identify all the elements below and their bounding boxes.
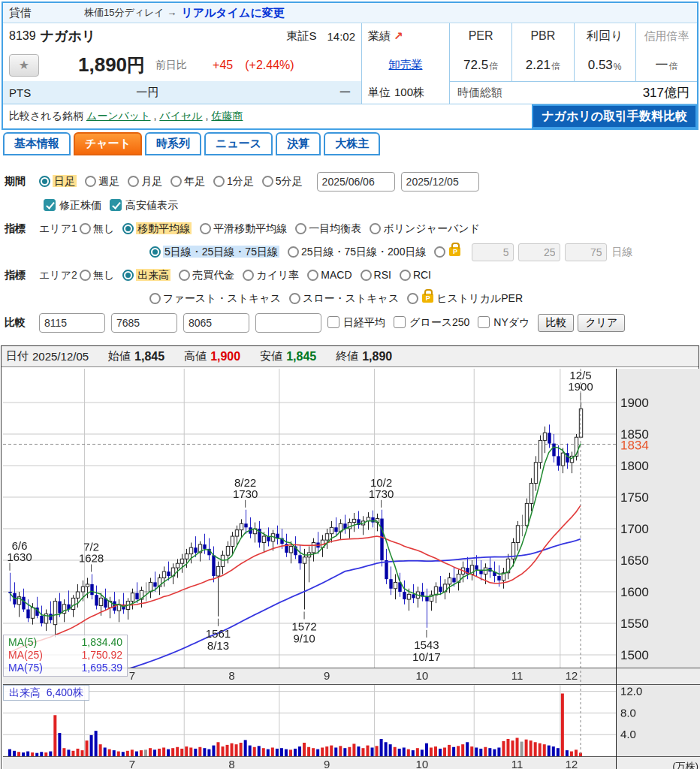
area2-preset-option-1[interactable]: ファースト・ストキャス [149, 292, 281, 304]
open-value: 1,845 [134, 350, 164, 363]
exchange-label: 東証S [286, 29, 316, 44]
price-change: +45 [213, 59, 233, 72]
area2-option-7[interactable]: RCI [400, 269, 431, 281]
compare-link-3[interactable]: 佐藤商 [211, 110, 243, 122]
ma25-label: MA(25) [8, 649, 43, 662]
compare-code-input-4[interactable] [255, 313, 321, 333]
stat-header-4: 信用倍率 [635, 23, 697, 49]
compare-index-check-2[interactable]: グロース250 [394, 316, 469, 328]
compare-code-input-3[interactable] [183, 313, 249, 333]
realtime-link[interactable]: リアルタイムに変更 [181, 6, 284, 20]
area2-option-6[interactable]: RSI [361, 269, 391, 281]
sector-link[interactable]: 卸売業 [389, 58, 423, 72]
area2-option-2[interactable]: 出来高 [122, 269, 170, 281]
compare-button[interactable]: 比較 [538, 314, 574, 332]
lock-icon [449, 247, 460, 256]
radio-icon [243, 270, 254, 281]
radio-icon [400, 270, 411, 281]
open-label: 始値 [108, 349, 131, 363]
radio-icon [434, 246, 445, 258]
stats-table: PERPBR利回り信用倍率72.5倍2.21倍0.53%一倍 [450, 23, 697, 81]
stat-header-2: PBR [511, 23, 573, 49]
radio-icon [370, 223, 381, 234]
compare-index-check-3[interactable]: NYダウ [478, 316, 530, 328]
area1-preset-option-3[interactable] [434, 246, 463, 258]
clear-button[interactable]: クリア [578, 314, 625, 332]
area1-option-5[interactable]: ボリンジャーバンド [370, 222, 480, 234]
period-option-3[interactable]: 月足 [128, 175, 162, 187]
ma75-label: MA(75) [8, 662, 43, 674]
compare-code-input-1[interactable] [39, 313, 105, 333]
area2-preset-option-3[interactable]: ヒストリカルPER [407, 292, 523, 304]
radio-icon [122, 270, 134, 281]
ma-period-input-3[interactable] [565, 243, 607, 261]
compare-link-1[interactable]: ムーンバット [86, 110, 151, 122]
tab-1[interactable]: 基本情報 [3, 132, 71, 155]
area1-option-4[interactable]: 一目均衡表 [295, 222, 361, 234]
area2-option-3[interactable]: 売買代金 [179, 269, 234, 281]
area1-option-2[interactable]: 移動平均線 [122, 222, 192, 234]
stock-chart-canvas[interactable] [2, 367, 700, 769]
tab-5[interactable]: 決算 [276, 132, 321, 155]
ma-legend: MA(5)1,834.40 MA(25)1,750.92 MA(75)1,695… [3, 635, 128, 677]
compare-index-check-1[interactable]: 日経平均 [327, 316, 385, 328]
radio-icon [289, 293, 300, 304]
low-label: 安値 [260, 349, 282, 363]
checkbox-icon [44, 199, 56, 211]
period-option-5[interactable]: 1分足 [213, 175, 254, 187]
ohlc-header: 日付 2025/12/05 始値 1,845 高値 1,900 安値 1,845… [2, 346, 698, 367]
favorite-star-button[interactable]: ★ [9, 54, 39, 77]
pts-change: 一 [339, 86, 355, 100]
area2-option-1[interactable]: 無し [80, 269, 114, 281]
radio-icon [149, 246, 161, 258]
period-option-6[interactable]: 5分足 [262, 175, 303, 187]
area1-option-1[interactable]: 無し [80, 222, 114, 234]
radio-icon [179, 270, 190, 281]
area1-option-3[interactable]: 平滑移動平均線 [200, 222, 287, 234]
check-1[interactable]: 修正株価 [44, 199, 101, 213]
compared-stocks-links: ムーンバット, バイセル, 佐藤商 [86, 110, 246, 123]
area2-option-5[interactable]: MACD [307, 269, 352, 281]
stock-name: ナガホリ [41, 27, 96, 45]
volume-label: 出来高 6,400株 [3, 685, 89, 701]
low-value: 1,845 [286, 350, 316, 363]
period-option-1[interactable]: 日足 [39, 175, 77, 187]
radio-icon [213, 176, 225, 187]
radio-icon [295, 223, 306, 234]
compare-link-2[interactable]: バイセル [159, 110, 202, 122]
tab-bar: 基本情報チャート時系列ニュース決算大株主 [3, 132, 700, 155]
period-label: 期間 [5, 175, 39, 188]
area1-preset-option-1[interactable]: 5日線・25日線・75日線 [149, 246, 279, 258]
period-option-4[interactable]: 年足 [170, 175, 205, 187]
tab-3[interactable]: 時系列 [145, 132, 201, 155]
radio-icon [200, 223, 211, 234]
date-to-input[interactable] [401, 172, 479, 191]
radio-icon [307, 270, 318, 281]
close-label: 終値 [336, 349, 358, 363]
date-from-input[interactable] [317, 172, 395, 191]
close-value: 1,890 [362, 350, 392, 363]
tab-2[interactable]: チャート [74, 132, 142, 155]
lock-icon [422, 294, 433, 303]
checkbox-icon [478, 316, 490, 328]
high-label: 高値 [184, 349, 207, 363]
area1-preset-option-2[interactable]: 25日線・75日線・200日線 [288, 246, 427, 258]
tab-4[interactable]: ニュース [204, 132, 273, 155]
indicator1-label: 指標 [5, 222, 39, 236]
ma-period-input-1[interactable] [472, 243, 514, 261]
area2-option-4[interactable]: カイリ率 [243, 269, 299, 281]
checkbox-icon [394, 316, 406, 328]
radio-icon [149, 293, 161, 304]
fee-compare-button[interactable]: ナガホリの取引手数料比較 [532, 104, 697, 128]
radio-icon [80, 223, 91, 234]
compare-code-input-2[interactable] [111, 313, 177, 333]
check-2[interactable]: 高安値表示 [110, 199, 178, 213]
unit-value: 100株 [394, 86, 424, 100]
stat-header-3: 利回り [574, 23, 635, 49]
ma-period-input-2[interactable] [518, 243, 560, 261]
period-option-2[interactable]: 週足 [85, 175, 119, 187]
market-cap-value: 317億円 [643, 84, 689, 101]
area1-sublabel: エリア1 [39, 222, 80, 236]
tab-6[interactable]: 大株主 [324, 132, 380, 155]
area2-preset-option-2[interactable]: スロー・ストキャス [289, 292, 399, 304]
